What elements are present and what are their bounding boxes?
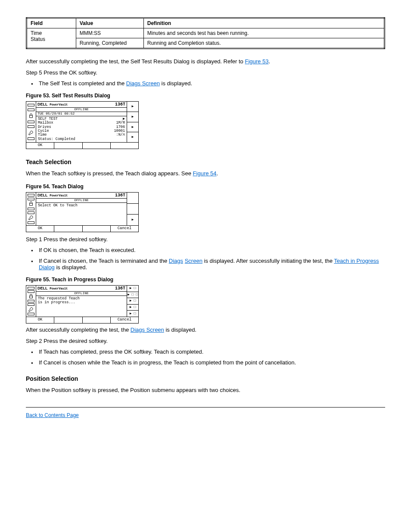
right-btn[interactable]: ▶ □ [127,298,138,305]
fig54-lcd: DELL PowerVault 136T OFFLINE Select OK t… [26,192,139,232]
link-diags-2b[interactable]: Screen [185,258,202,264]
fig54-caption: Figure 54. Teach Dialog [26,184,385,190]
back-to-contents-link[interactable]: Back to Contents Page [26,412,79,418]
td-r2-def: Running and Completion status. [143,38,384,49]
fig55-caption: Figure 55. Teach in Progress Dialog [26,277,385,283]
right-btn[interactable]: ▶ □ [127,305,138,311]
key-icon [28,215,34,220]
ok-button[interactable]: OK [26,226,54,232]
right-btn[interactable]: ▶ □ [127,286,138,292]
right-btn[interactable]: ▶ [127,112,138,122]
link-diags-2a[interactable]: Diags [169,258,183,264]
intro-p1: After successfully completing the test, … [26,58,385,65]
post55-step2: Step 2 Press the desired softkey. [26,337,385,345]
lock-icon [28,294,34,299]
fig55-lcd: DELL PowerVault 136T OFFLINE The request… [26,285,139,324]
right-btn[interactable]: ▶ [127,132,138,142]
divider [26,407,385,408]
lcd-right-btns: ▶ ▶ ▶ ▶ [127,102,138,142]
position-p1: When the Position softkey is pressed, th… [26,386,385,394]
link-diags-3[interactable]: Diags Screen [131,327,164,333]
fig53-lcd: DELL PowerVault 136T OFFLINE TUE 05/29/0… [26,101,139,149]
ok-button[interactable]: OK [26,143,54,149]
right-btn[interactable]: ▶ □ □ [127,292,138,299]
td-r1-def: Minutes and seconds test has been runnin… [143,28,384,38]
right-btn[interactable]: ▶ □ [127,311,138,317]
th-value: Value [76,18,143,28]
right-btn[interactable]: ▶ [127,215,138,225]
th-field: Field [27,18,76,28]
link-diags-1[interactable]: Diags Screen [126,80,160,87]
teach-note-ok: If OK is chosen, the Teach is executed. [39,247,385,253]
cancel-button[interactable]: Cancel [111,226,138,232]
teach-note-cancel: If Cancel is chosen, the Teach is termin… [39,258,385,271]
key-icon [28,307,34,312]
lcd-left-slots [26,102,36,142]
step5: Step 5 Press the OK softkey. [26,69,385,77]
key-icon [28,130,34,135]
cancel-button[interactable]: Cancel [111,317,138,323]
link-fig54[interactable]: Figure 54 [193,170,217,177]
td-r1-val: MMM:SS [76,28,143,38]
lock-icon [28,113,34,118]
link-fig53[interactable]: Figure 53 [245,58,268,65]
th-def: Definition [143,18,384,28]
right-btn[interactable]: ▶ [127,102,138,112]
lock-icon [28,201,34,206]
teach-heading: Teach Selection [26,159,385,165]
td-fields: Time Status [27,28,76,49]
td-r2-val: Running, Completed [76,38,143,49]
post55-p1: After successfully completing the test, … [26,326,385,334]
teach-step1: Step 1 Press the desired softkey. [26,236,385,243]
step5-note: The Self Test is completed and the Diags… [39,80,385,87]
parameters-table: Field Value Definition Time Status MMM:S… [26,17,385,49]
fig53-caption: Figure 53. Self Test Results Dialog [26,93,385,99]
ok-button[interactable]: OK [26,317,54,323]
position-heading: Position Selection [26,375,385,382]
post55-note2: If Cancel is chosen while the Teach is i… [39,359,385,366]
teach-p1: When the Teach softkey is pressed, the T… [26,170,385,177]
post55-note1: If Teach has completed, press the OK sof… [39,348,385,355]
right-btn[interactable]: ▶ [127,122,138,133]
